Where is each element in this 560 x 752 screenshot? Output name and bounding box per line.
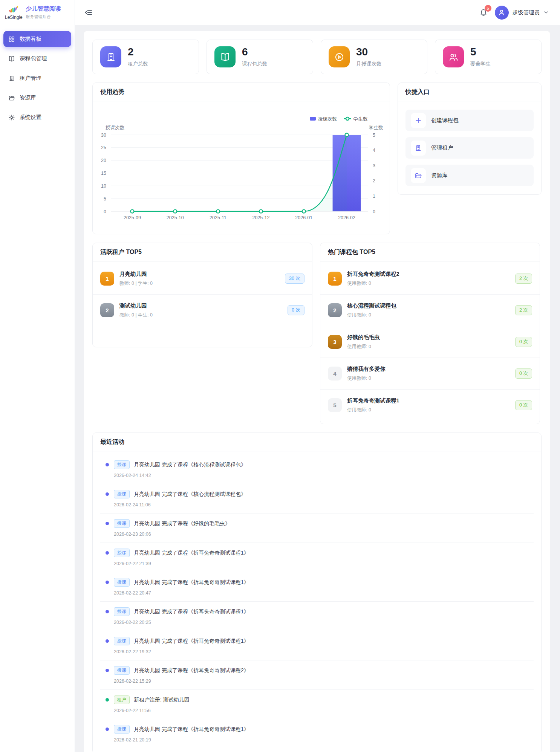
card-title: 活跃租户 TOP5	[100, 248, 142, 256]
avatar	[495, 6, 509, 20]
activity-time: 2026-02-22 11:56	[114, 708, 534, 713]
activity-time: 2026-02-22 15:29	[114, 679, 534, 684]
quick-entry-resources[interactable]: 资源库	[405, 165, 534, 186]
stats-row: 2 租户总数 6 课程包总数	[92, 40, 542, 74]
svg-text:10: 10	[101, 183, 106, 189]
rank-info: 测试幼儿园 教师: 0 | 学生: 0	[119, 302, 288, 318]
activity-dot	[106, 610, 109, 613]
sidebar-item-label: 课程包管理	[20, 55, 47, 62]
card-header: 最近活动	[93, 433, 541, 451]
sidebar-item-resources[interactable]: 资源库	[3, 90, 71, 106]
activity-text: 月亮幼儿园 完成了课程《折耳兔奇奇测试课程2》	[134, 667, 249, 674]
activity-item: 授课月亮幼儿园 完成了课程《核心流程测试课程包》 2026-02-24 11:0…	[100, 484, 534, 514]
sidebar-item-course-packages[interactable]: 课程包管理	[3, 50, 71, 67]
users-icon	[448, 52, 459, 62]
activity-type-badge: 授课	[114, 460, 130, 469]
stat-icon-box	[329, 46, 350, 67]
svg-text:2025-11: 2025-11	[210, 215, 226, 220]
svg-text:0: 0	[373, 209, 375, 214]
header-right: 5 超级管理员	[479, 6, 549, 20]
stat-card-tenants: 2 租户总数	[92, 40, 199, 74]
activity-item: 授课月亮幼儿园 完成了课程《折耳兔奇奇测试课程2》 2026-02-22 15:…	[100, 660, 534, 690]
svg-text:学生数: 学生数	[369, 125, 383, 130]
activity-dot	[106, 698, 109, 702]
activity-type-badge: 授课	[114, 519, 130, 528]
quick-entry-manage-tenants[interactable]: 管理租户	[405, 137, 534, 159]
package-name: 好饿的毛毛虫	[347, 334, 515, 341]
logo-text: LeSingle	[5, 15, 23, 20]
package-row: 5 折耳兔奇奇测试课程1 使用教师: 0 0 次	[320, 390, 540, 421]
activity-type-badge: 授课	[114, 578, 130, 587]
stat-texts: 6 课程包总数	[242, 47, 268, 67]
svg-text:30: 30	[101, 133, 106, 138]
user-menu[interactable]: 超级管理员	[495, 6, 549, 20]
card-title: 热门课程包 TOP5	[328, 248, 375, 256]
stat-icon-box	[214, 46, 236, 67]
svg-text:4: 4	[373, 148, 375, 153]
brand-text: 少儿智慧阅读 服务管理后台	[26, 5, 61, 20]
user-name: 超级管理员	[513, 9, 540, 16]
tenant-sub: 教师: 0 | 学生: 0	[119, 312, 288, 318]
activity-type-badge: 授课	[114, 490, 130, 498]
active-tenants-card: 活跃租户 TOP5 1 月亮幼儿园 教师: 0 | 学生: 0 30 次	[92, 243, 312, 347]
brand-title: 少儿智慧阅读	[26, 5, 61, 12]
building-icon	[106, 52, 116, 62]
app-root: LeSingle 少儿智慧阅读 服务管理后台 数据看板 课程包管理	[0, 0, 560, 752]
stat-value: 30	[356, 47, 382, 57]
stat-texts: 2 租户总数	[128, 47, 148, 67]
stat-label: 覆盖学生	[470, 61, 491, 67]
main-area: 2 租户总数 6 课程包总数	[75, 25, 560, 752]
card-title: 最近活动	[100, 438, 124, 446]
package-sub: 使用教师: 0	[347, 280, 515, 287]
package-sub: 使用教师: 0	[347, 344, 515, 350]
activity-item: 授课月亮幼儿园 完成了课程《折耳兔奇奇测试课程1》 2026-02-21 20:…	[100, 719, 534, 748]
active-tenants-list: 1 月亮幼儿园 教师: 0 | 学生: 0 30 次 2 测试幼儿园 教师	[93, 261, 312, 347]
plus-icon	[411, 113, 426, 128]
play-circle-icon	[334, 52, 344, 62]
activity-item: 授课月亮幼儿园 完成了课程《核心流程测试课程包》 2026-02-24 14:4…	[100, 455, 534, 484]
sidebar-item-label: 租户管理	[20, 75, 41, 82]
package-sub: 使用教师: 0	[347, 407, 515, 413]
quick-entry-label: 资源库	[431, 172, 448, 179]
activity-time: 2026-02-24 11:06	[114, 502, 534, 507]
tenant-name: 测试幼儿园	[119, 302, 288, 309]
notification-badge: 5	[485, 5, 491, 12]
tenant-row: 1 月亮幼儿园 教师: 0 | 学生: 0 30 次	[93, 263, 312, 295]
building-icon	[8, 75, 15, 82]
card-header: 活跃租户 TOP5	[93, 243, 312, 261]
stat-icon-box	[100, 46, 121, 67]
activity-type-badge: 租户	[114, 695, 130, 704]
sidebar-item-label: 数据看板	[20, 35, 41, 43]
notifications-button[interactable]: 5	[479, 8, 488, 17]
activity-item: 授课月亮幼儿园 完成了课程《好饿的毛毛虫》 2026-02-23 20:06	[100, 514, 534, 543]
rank-badge: 5	[328, 398, 342, 412]
stat-texts: 5 覆盖学生	[470, 47, 491, 67]
svg-text:2026-02: 2026-02	[338, 215, 355, 220]
usage-count-badge: 0 次	[515, 337, 532, 347]
stat-icon-box	[443, 46, 464, 67]
sidebar-item-label: 资源库	[20, 94, 36, 101]
sidebar-item-tenants[interactable]: 租户管理	[3, 70, 71, 86]
quick-entry-list: 创建课程包 管理租户	[398, 101, 541, 194]
sidebar-item-dashboard[interactable]: 数据看板	[3, 31, 71, 47]
svg-text:授课次数: 授课次数	[318, 116, 337, 122]
package-row: 3 好饿的毛毛虫 使用教师: 0 0 次	[320, 326, 540, 358]
stat-card-students: 5 覆盖学生	[435, 40, 542, 74]
row-trend-quick: 使用趋势 051015202530012345授课次数学生数2025-09202…	[92, 83, 542, 234]
sidebar-collapse-button[interactable]	[84, 8, 93, 17]
lesson-count-badge: 0 次	[288, 305, 304, 315]
quick-entry-create-package[interactable]: 创建课程包	[405, 110, 534, 131]
activity-list: 授课月亮幼儿园 完成了课程《核心流程测试课程包》 2026-02-24 14:4…	[93, 451, 541, 752]
activity-text: 月亮幼儿园 完成了课程《核心流程测试课程包》	[134, 491, 246, 498]
recent-activity-card: 最近活动 授课月亮幼儿园 完成了课程《核心流程测试课程包》 2026-02-24…	[92, 433, 542, 752]
rank-info: 核心流程测试课程包 使用教师: 0	[347, 302, 515, 318]
activity-dot	[106, 551, 109, 555]
tenant-name: 月亮幼儿园	[119, 271, 285, 278]
sidebar-item-settings[interactable]: 系统设置	[3, 109, 71, 125]
svg-text:5: 5	[373, 133, 375, 138]
lesingle-logo-icon	[9, 5, 19, 14]
top-header: 5 超级管理员	[75, 0, 560, 25]
activity-item: 授课月亮幼儿园 完成了课程《折耳兔奇奇测试课程1》 2026-02-22 20:…	[100, 572, 534, 602]
activity-text: 新租户注册: 测试幼儿园	[134, 697, 190, 703]
stat-label: 租户总数	[128, 61, 148, 67]
